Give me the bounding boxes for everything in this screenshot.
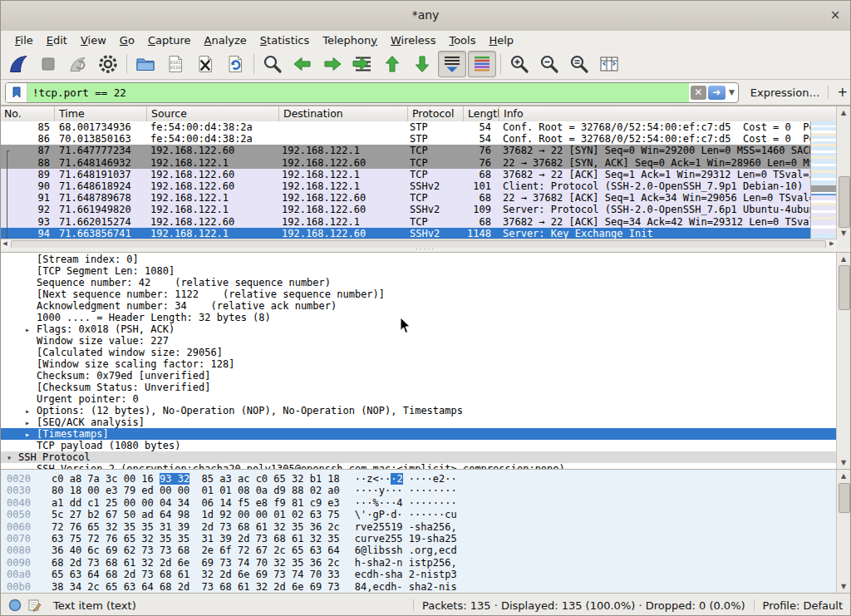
- filter-add-button[interactable]: +: [829, 85, 851, 100]
- detail-line[interactable]: [TCP Segment Len: 1080]: [0, 265, 851, 277]
- detail-line[interactable]: [Checksum Status: Unverified]: [0, 382, 851, 393]
- detail-line[interactable]: [Stream index: 0]: [0, 254, 851, 265]
- detail-line[interactable]: Acknowledgment number: 34 (relative ack …: [0, 300, 851, 312]
- menu-go[interactable]: Go: [113, 32, 141, 48]
- hex-row-00b0[interactable]: 00b038 34 2c 65 63 64 68 2d 73 68 61 32 …: [0, 581, 851, 593]
- title-bar[interactable]: *any ×: [0, 0, 851, 32]
- detail-line[interactable]: [Next sequence number: 1122 (relative se…: [0, 288, 851, 300]
- packet-row-93[interactable]: 9371.662015274192.168.122.60192.168.122.…: [0, 216, 810, 228]
- filter-bookmark-button[interactable]: [6, 83, 27, 102]
- detail-line[interactable]: Window size value: 227: [0, 335, 851, 347]
- save-file-button[interactable]: 01010110: [161, 51, 189, 77]
- packet-row-90[interactable]: 9071.648618924192.168.122.60192.168.122.…: [0, 180, 810, 192]
- menu-analyze[interactable]: Analyze: [198, 32, 253, 48]
- scrollbar-thumb[interactable]: [839, 265, 850, 310]
- scrollbar-thumb[interactable]: [839, 176, 850, 228]
- filter-dropdown-caret[interactable]: ▼: [726, 88, 738, 96]
- status-profile[interactable]: Profile: Default: [763, 599, 843, 612]
- tree-collapsed-icon[interactable]: ▸: [25, 325, 37, 334]
- auto-scroll-button[interactable]: [438, 51, 466, 77]
- tree-expanded-icon[interactable]: ▾: [7, 453, 18, 462]
- zoom-out-button[interactable]: [535, 51, 563, 77]
- tree-collapsed-icon[interactable]: ▸: [25, 430, 37, 439]
- menu-statistics[interactable]: Statistics: [253, 32, 316, 48]
- column-header-time[interactable]: Time: [55, 106, 147, 121]
- intelligent-scrollbar-minimap[interactable]: [810, 121, 838, 239]
- column-header-source[interactable]: Source: [147, 106, 279, 121]
- hex-row-0040[interactable]: 0040a1 dd c1 25 00 00 04 34 06 14 f5 e8 …: [0, 497, 851, 509]
- open-file-button[interactable]: [131, 51, 160, 77]
- packet-row-87[interactable]: 8771.647777234192.168.122.60192.168.122.…: [0, 145, 810, 156]
- packet-row-86[interactable]: 8670.013850163fe:54:00:d4:38:2aSTP54Conf…: [0, 133, 810, 145]
- capture-comment-icon[interactable]: [28, 599, 42, 612]
- display-filter-input[interactable]: [27, 82, 689, 103]
- column-header-length[interactable]: Length: [464, 106, 499, 121]
- column-header-no[interactable]: No.: [0, 106, 55, 121]
- menu-view[interactable]: View: [74, 32, 113, 48]
- scroll-left-arrow-icon[interactable]: ◀: [0, 239, 10, 248]
- detail-line[interactable]: Sequence number: 42 (relative sequence n…: [0, 277, 851, 288]
- detail-line[interactable]: TCP payload (1080 bytes): [0, 440, 851, 451]
- detail-line[interactable]: Urgent pointer: 0: [0, 393, 851, 405]
- packet-row-94[interactable]: 9471.663856741192.168.122.1192.168.122.6…: [0, 228, 810, 239]
- menu-help[interactable]: Help: [482, 32, 520, 48]
- close-file-button[interactable]: [191, 51, 219, 77]
- packet-list-vertical-scrollbar[interactable]: ▲ ▼: [836, 106, 851, 239]
- hex-row-0070[interactable]: 007063 75 72 76 65 32 35 35 31 39 2d 73 …: [0, 533, 851, 545]
- go-forward-button[interactable]: [318, 51, 347, 77]
- close-window-button[interactable]: ×: [827, 7, 844, 23]
- go-first-button[interactable]: [378, 51, 406, 77]
- detail-line[interactable]: ▸[Timestamps]: [0, 428, 851, 440]
- packet-row-89[interactable]: 8971.648191037192.168.122.60192.168.122.…: [0, 169, 810, 180]
- menu-tools[interactable]: Tools: [442, 32, 482, 48]
- detail-line[interactable]: [Calculated window size: 29056]: [0, 347, 851, 358]
- scroll-down-arrow-icon[interactable]: ▼: [837, 457, 850, 468]
- detail-line[interactable]: ▸Flags: 0x018 (PSH, ACK): [0, 323, 851, 335]
- scroll-up-arrow-icon[interactable]: ▲: [837, 107, 850, 118]
- zoom-reset-button[interactable]: [565, 51, 593, 77]
- details-vertical-scrollbar[interactable]: ▲ ▼: [836, 253, 851, 469]
- scrollbar-thumb[interactable]: [839, 483, 850, 513]
- capture-options-button[interactable]: [94, 51, 122, 77]
- hex-row-0090[interactable]: 009068 2d 73 68 61 32 2d 6e 69 73 74 70 …: [0, 557, 851, 569]
- expression-button[interactable]: Expression…: [739, 86, 829, 99]
- tree-collapsed-icon[interactable]: ▸: [25, 418, 37, 427]
- hex-row-00a0[interactable]: 00a065 63 64 68 2d 73 68 61 32 2d 6e 69 …: [0, 569, 851, 580]
- zoom-in-button[interactable]: [505, 51, 534, 77]
- hex-row-0080[interactable]: 008036 40 6c 69 62 73 73 68 2e 6f 72 67 …: [0, 545, 851, 556]
- hex-row-0060[interactable]: 006072 76 65 32 35 35 31 39 2d 73 68 61 …: [0, 521, 851, 533]
- detail-line[interactable]: [Window size scaling factor: 128]: [0, 358, 851, 370]
- detail-line[interactable]: Checksum: 0x79ed [unverified]: [0, 370, 851, 382]
- filter-apply-button[interactable]: ➜: [708, 86, 726, 100]
- menu-capture[interactable]: Capture: [141, 32, 198, 48]
- bytes-vertical-scrollbar[interactable]: ▲ ▼: [836, 470, 851, 593]
- detail-line[interactable]: ▸Options: (12 bytes), No-Operation (NOP)…: [0, 405, 851, 416]
- column-header-destination[interactable]: Destination: [279, 106, 408, 121]
- column-header-info[interactable]: Info: [499, 106, 837, 121]
- go-to-packet-button[interactable]: [348, 51, 376, 77]
- packet-row-88[interactable]: 8871.648146932192.168.122.1192.168.122.6…: [0, 157, 810, 169]
- scroll-up-arrow-icon[interactable]: ▲: [837, 471, 850, 481]
- scroll-down-arrow-icon[interactable]: ▼: [837, 581, 850, 592]
- packet-row-85[interactable]: 8568.001734936fe:54:00:d4:38:2aSTP54Conf…: [0, 121, 810, 133]
- start-capture-button[interactable]: [4, 51, 32, 77]
- reload-file-button[interactable]: [221, 51, 249, 77]
- detail-line[interactable]: 1000 .... = Header Length: 32 bytes (8): [0, 312, 851, 323]
- menu-file[interactable]: File: [8, 32, 40, 48]
- scroll-up-arrow-icon[interactable]: ▲: [837, 254, 850, 264]
- hex-row-0020[interactable]: 0020c0 a8 7a 3c 00 16 93 32 85 a3 ac c0 …: [0, 473, 851, 485]
- packet-row-91[interactable]: 9171.648789678192.168.122.1192.168.122.6…: [0, 192, 810, 204]
- packet-row-92[interactable]: 9271.661949820192.168.122.1192.168.122.6…: [0, 204, 810, 215]
- hex-row-0030[interactable]: 003080 18 00 e3 79 ed 00 00 01 01 08 0a …: [0, 485, 851, 496]
- menu-telephony[interactable]: Telephony: [316, 32, 384, 48]
- expert-info-icon[interactable]: [8, 599, 22, 612]
- detail-line[interactable]: ▸[SEQ/ACK analysis]: [0, 416, 851, 428]
- menu-wireless[interactable]: Wireless: [384, 32, 442, 48]
- find-packet-button[interactable]: [258, 51, 287, 77]
- detail-line[interactable]: ▾SSH Protocol: [0, 451, 851, 463]
- go-back-button[interactable]: [288, 51, 317, 77]
- colorize-button[interactable]: [468, 51, 496, 77]
- filter-clear-button[interactable]: ✕: [691, 86, 706, 100]
- column-header-protocol[interactable]: Protocol: [408, 106, 464, 121]
- hex-row-0050[interactable]: 00505c 27 b2 67 50 ad 64 98 1d 92 00 00 …: [0, 509, 851, 520]
